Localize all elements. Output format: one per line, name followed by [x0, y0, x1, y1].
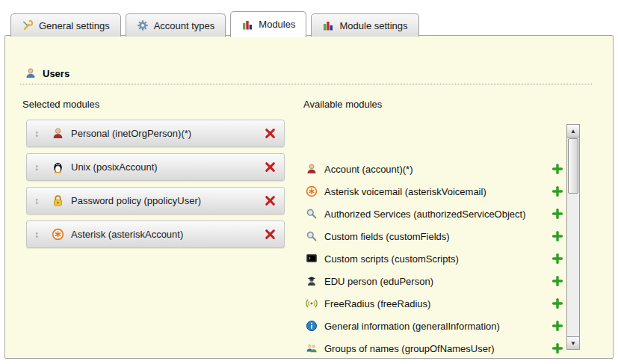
terminal-icon [306, 253, 318, 265]
tab-bar: General settings Account types Modules M… [10, 13, 419, 37]
radius-icon [306, 297, 318, 309]
group-icon [306, 342, 318, 354]
scrollbar-thumb[interactable] [568, 138, 578, 194]
add-icon[interactable] [551, 342, 563, 354]
available-modules-list: Account (account)(*) Asterisk voicemail … [306, 158, 563, 364]
selected-module-row: ↕ Password policy (ppolicyUser) [26, 187, 285, 215]
tab-account-types[interactable]: Account types [126, 13, 226, 37]
available-module-row: Asterisk voicemail (asteriskVoicemail) [306, 180, 563, 203]
scroll-up-button[interactable]: ▲ [567, 125, 579, 138]
magnifier-icon [306, 208, 318, 220]
modules-panel: Users Selected modules Available modules… [4, 35, 614, 359]
module-label: Custom scripts (customScripts) [324, 253, 545, 265]
tab-general-settings[interactable]: General settings [10, 13, 121, 37]
available-module-row: Hosts (hostObject) [306, 360, 563, 364]
module-label: Asterisk (asteriskAccount) [71, 229, 253, 240]
drag-handle-icon[interactable]: ↕ [33, 230, 40, 239]
available-module-row: Groups of names (groupOfNamesUser) [306, 337, 563, 360]
drag-handle-icon[interactable]: ↕ [33, 197, 40, 206]
available-module-row: EDU person (eduPerson) [306, 270, 563, 292]
asterisk-icon [306, 185, 318, 197]
add-icon[interactable] [551, 185, 563, 197]
info-icon [306, 320, 318, 332]
module-label: Password policy (ppolicyUser) [71, 195, 253, 206]
module-label: Authorized Services (authorizedServiceOb… [324, 209, 545, 220]
lam-configuration-page: General settings Account types Modules M… [0, 0, 618, 364]
module-label: Groups of names (groupOfNamesUser) [324, 343, 545, 354]
module-label: General information (generalInformation) [324, 321, 545, 332]
add-icon[interactable] [551, 163, 563, 175]
module-label: FreeRadius (freeRadius) [324, 298, 545, 309]
module-label: Personal (inetOrgPerson)(*) [71, 128, 253, 139]
tab-label: Modules [259, 19, 295, 30]
drag-handle-icon[interactable]: ↕ [33, 163, 40, 172]
person-icon [52, 127, 64, 140]
delete-icon[interactable] [264, 161, 276, 173]
add-icon[interactable] [551, 253, 563, 265]
section-title: Users [43, 68, 69, 79]
module-label: Custom fields (customFields) [324, 231, 545, 242]
add-icon[interactable] [551, 275, 563, 287]
tab-label: General settings [39, 20, 110, 31]
edu-person-icon [306, 275, 318, 287]
add-icon[interactable] [551, 297, 563, 309]
available-module-row: Custom scripts (customScripts) [306, 247, 563, 270]
add-icon[interactable] [551, 208, 563, 220]
person-icon [306, 163, 318, 175]
available-module-row: FreeRadius (freeRadius) [306, 292, 563, 315]
asterisk-icon [52, 228, 64, 241]
module-label: Unix (posixAccount) [71, 161, 253, 173]
selected-modules-list: ↕ Personal (inetOrgPerson)(*) ↕ Unix (po… [26, 120, 285, 254]
add-icon[interactable] [551, 230, 563, 242]
module-label: Asterisk voicemail (asteriskVoicemail) [324, 186, 545, 197]
scroll-down-button[interactable]: ▼ [567, 336, 579, 349]
magnifier-icon [306, 230, 318, 242]
delete-icon[interactable] [264, 194, 276, 207]
selected-modules-title: Selected modules [22, 99, 99, 110]
available-modules-title: Available modules [303, 99, 382, 110]
drag-handle-icon[interactable]: ↕ [33, 129, 40, 138]
penguin-icon [52, 161, 64, 173]
add-icon[interactable] [551, 320, 563, 332]
tab-module-settings[interactable]: Module settings [311, 13, 418, 37]
module-label: Account (account)(*) [324, 164, 545, 175]
selected-module-row: ↕ Personal (inetOrgPerson)(*) [26, 120, 285, 147]
user-icon [25, 67, 37, 79]
delete-icon[interactable] [264, 228, 276, 241]
selected-module-row: ↕ Asterisk (asteriskAccount) [26, 220, 285, 248]
section-divider [20, 84, 592, 84]
available-module-row: Account (account)(*) [306, 158, 563, 180]
tools-icon [22, 19, 34, 31]
tab-label: Module settings [339, 20, 407, 31]
section-header-users: Users [25, 67, 69, 79]
available-module-row: Custom fields (customFields) [306, 225, 563, 247]
modules-icon [241, 19, 253, 31]
module-label: EDU person (eduPerson) [324, 276, 545, 287]
available-modules-scrollbar[interactable]: ▲ ▼ [566, 124, 580, 350]
available-module-row: Authorized Services (authorizedServiceOb… [306, 203, 563, 225]
delete-icon[interactable] [264, 127, 276, 140]
modules-icon [322, 19, 334, 31]
padlock-icon [52, 194, 64, 207]
available-module-row: General information (generalInformation) [306, 315, 563, 337]
tab-label: Account types [154, 20, 215, 31]
tab-modules[interactable]: Modules [230, 11, 306, 37]
gear-icon [137, 19, 149, 31]
selected-module-row: ↕ Unix (posixAccount) [26, 153, 285, 181]
